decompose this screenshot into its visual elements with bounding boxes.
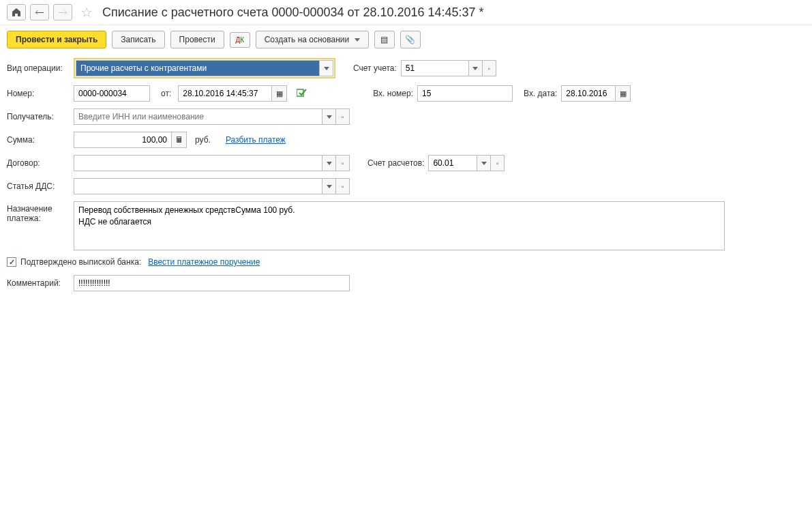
- number-input[interactable]: [74, 85, 150, 102]
- date-calendar[interactable]: ▦: [272, 85, 287, 102]
- date-input[interactable]: [178, 85, 272, 102]
- chevron-down-icon: [472, 67, 478, 70]
- incoming-number-label: Вх. номер:: [373, 89, 413, 98]
- recipient-input[interactable]: [74, 108, 322, 125]
- recipient-open[interactable]: ▫: [336, 108, 350, 125]
- status-check-icon: [297, 88, 307, 100]
- attachment-button[interactable]: 📎: [400, 31, 421, 48]
- incoming-date-input[interactable]: [561, 85, 616, 102]
- chevron-down-icon: [324, 67, 329, 70]
- settlement-account-dropdown[interactable]: [477, 155, 491, 171]
- payment-purpose-label: Назначение платежа:: [7, 201, 70, 223]
- account-dropdown[interactable]: [469, 60, 483, 76]
- forward-button[interactable]: 🡒: [53, 4, 72, 20]
- split-payment-link[interactable]: Разбить платеж: [226, 135, 286, 145]
- account-open[interactable]: ▫: [483, 60, 496, 76]
- back-button[interactable]: 🡐: [30, 4, 49, 20]
- number-label: Номер:: [7, 89, 70, 98]
- account-input[interactable]: [401, 60, 469, 76]
- post-button[interactable]: Провести: [170, 31, 224, 48]
- amount-calculator[interactable]: 🖩: [172, 132, 187, 148]
- chevron-down-icon: [355, 38, 360, 42]
- from-label: от:: [161, 89, 171, 98]
- settlement-account-input[interactable]: [428, 155, 477, 171]
- settlement-account-open[interactable]: ▫: [491, 155, 505, 171]
- operation-type-label: Вид операции:: [7, 63, 70, 73]
- debit-credit-button[interactable]: ДК: [230, 32, 250, 48]
- save-button[interactable]: Записать: [112, 31, 164, 48]
- report-button[interactable]: ▤: [374, 31, 395, 48]
- chevron-down-icon: [327, 185, 332, 188]
- calculator-icon: 🖩: [175, 135, 183, 145]
- dds-article-dropdown[interactable]: [322, 178, 336, 194]
- comment-label: Комментарий:: [7, 278, 70, 288]
- enter-payment-order-link[interactable]: Ввести платежное поручение: [148, 257, 260, 267]
- recipient-dropdown[interactable]: [322, 108, 336, 125]
- confirmed-by-bank-checkbox[interactable]: [7, 257, 16, 267]
- calendar-icon: ▦: [620, 89, 627, 98]
- payment-purpose-textarea[interactable]: [74, 201, 725, 250]
- dtkt-icon: ДК: [235, 36, 244, 44]
- contract-dropdown[interactable]: [322, 155, 336, 171]
- create-based-on-button[interactable]: Создать на основании: [256, 31, 369, 48]
- home-icon: [12, 8, 21, 17]
- comment-input[interactable]: [74, 275, 350, 291]
- post-and-close-button[interactable]: Провести и закрыть: [7, 31, 106, 48]
- chevron-down-icon: [481, 162, 487, 165]
- incoming-number-input[interactable]: [417, 85, 513, 102]
- recipient-label: Получатель:: [7, 112, 70, 121]
- account-label: Счет учета:: [353, 63, 397, 73]
- chevron-down-icon: [327, 115, 332, 119]
- chevron-down-icon: [327, 162, 332, 165]
- operation-type-dropdown[interactable]: [320, 60, 333, 76]
- calendar-icon: ▦: [276, 89, 283, 98]
- incoming-date-label: Вх. дата:: [524, 89, 557, 98]
- home-button[interactable]: [7, 4, 26, 20]
- settlement-account-label: Счет расчетов:: [367, 158, 424, 168]
- dds-article-input[interactable]: [74, 178, 322, 194]
- confirmed-by-bank-label: Подтверждено выпиской банка:: [20, 257, 141, 267]
- dds-article-label: Статья ДДС:: [7, 181, 70, 191]
- incoming-date-calendar[interactable]: ▦: [616, 85, 631, 102]
- report-icon: ▤: [380, 35, 388, 44]
- dds-article-open[interactable]: ▫: [336, 178, 350, 194]
- contract-label: Договор:: [7, 158, 70, 168]
- amount-label: Сумма:: [7, 135, 70, 145]
- contract-input[interactable]: [74, 155, 322, 171]
- contract-open[interactable]: ▫: [336, 155, 350, 171]
- currency-label: руб.: [195, 135, 211, 145]
- amount-input[interactable]: [74, 132, 172, 148]
- operation-type-input[interactable]: [76, 60, 320, 76]
- paperclip-icon: 📎: [405, 35, 415, 44]
- favorite-star-icon[interactable]: ☆: [80, 4, 93, 20]
- page-title: Списание с расчетного счета 0000-000034 …: [102, 5, 484, 20]
